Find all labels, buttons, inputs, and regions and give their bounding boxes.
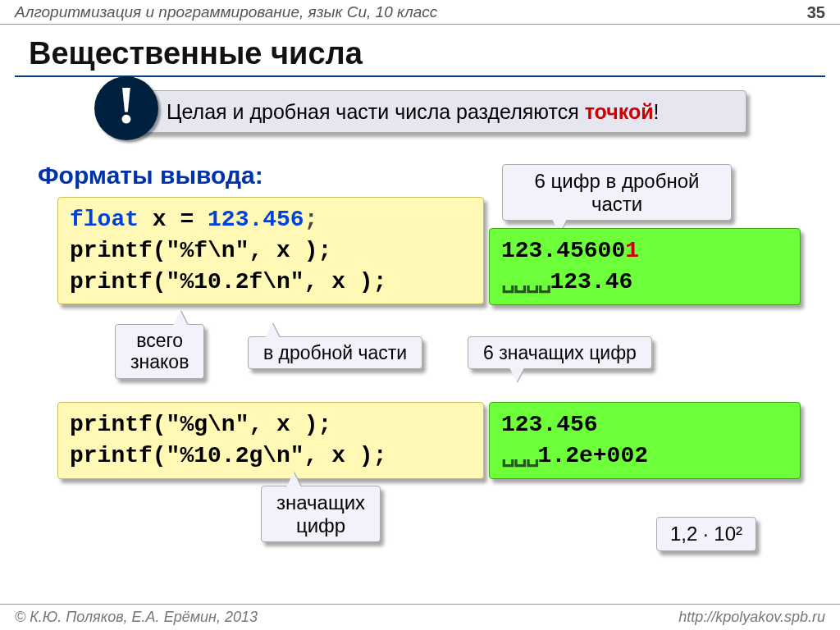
bubble-top: 6 цифр в дробной части (502, 164, 732, 221)
note-callout: ! Целая и дробная части числа разделяютс… (115, 90, 746, 133)
sci-notation-text: 1,2 · 10² (670, 523, 742, 545)
footer-left: © К.Ю. Поляков, Е.А. Ерёмин, 2013 (15, 609, 258, 626)
code2-line1: printf("%g\n", x ); (70, 412, 331, 437)
bubble-mid-1-text: всего знаков (130, 330, 189, 373)
code-block-1: float x = 123.456; printf("%f\n", x ); p… (57, 197, 484, 304)
bubble-mid-2-text: в дробной части (263, 342, 407, 363)
out1-line2: 123.46 (550, 269, 632, 294)
bubble-bottom: значащих цифр (261, 486, 381, 542)
slide-footer: © К.Ю. Поляков, Е.А. Ерёмин, 2013 http:/… (0, 604, 840, 630)
slide-header: Алгоритмизация и программирование, язык … (0, 0, 840, 25)
section-subhead: Форматы вывода: (38, 162, 263, 189)
bubble-mid-3: 6 значащих цифр (468, 336, 652, 369)
note-tail: ! (654, 100, 660, 123)
note-accent: точкой (585, 100, 654, 123)
bubble-mid-1: всего знаков (115, 324, 204, 379)
bubble-tail-icon (173, 311, 188, 326)
out1-line1b: 1 (625, 238, 639, 263)
code1-value: 123.456 (208, 207, 304, 232)
sci-notation-box: 1,2 · 10² (656, 517, 756, 551)
bubble-mid-2: в дробной части (248, 336, 422, 369)
output-block-1: 123.456001 ␣␣␣␣123.46 (489, 228, 801, 305)
out1-line1a: 123.45600 (501, 238, 625, 263)
output-block-2: 123.456 ␣␣␣1.2e+002 (489, 402, 801, 479)
code1-keyword: float (70, 207, 139, 232)
course-title: Алгоритмизация и программирование, язык … (15, 3, 437, 21)
bubble-top-text: 6 цифр в дробной части (518, 170, 716, 215)
code1-semi: ; (304, 207, 318, 232)
footer-right: http://kpolyakov.spb.ru (678, 609, 825, 626)
out2-line1: 123.456 (501, 409, 788, 441)
code1-line2: printf("%f\n", x ); (70, 238, 331, 263)
bubble-tail-icon (286, 472, 301, 487)
bubble-mid-3-text: 6 значащих цифр (483, 342, 637, 363)
bubble-tail-icon (509, 368, 524, 382)
code-block-2: printf("%g\n", x ); printf("%10.2g\n", x… (57, 402, 484, 479)
bubble-bottom-text: значащих цифр (276, 491, 365, 536)
out2-line2: 1.2e+002 (538, 443, 648, 468)
out2-pad: ␣␣␣ (501, 443, 538, 468)
page-number: 35 (807, 3, 825, 22)
code1-line3: printf("%10.2f\n", x ); (70, 269, 386, 294)
title-rule (15, 75, 825, 77)
note-text: Целая и дробная части числа разделяются (167, 100, 585, 123)
code2-line2: printf("%10.2g\n", x ); (70, 443, 386, 468)
slide-title: Вещественные числа (29, 36, 363, 71)
exclamation-icon: ! (94, 76, 158, 140)
bubble-tail-icon (265, 323, 280, 338)
out1-pad: ␣␣␣␣ (501, 269, 550, 294)
code1-decl: x = (139, 207, 208, 232)
